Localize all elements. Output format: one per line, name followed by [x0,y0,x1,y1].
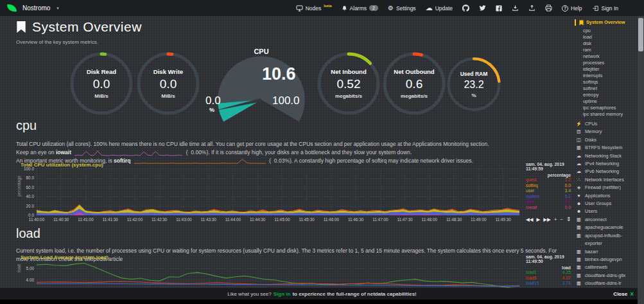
pan-backward-button[interactable]: ◀◀ [526,217,534,222]
cpu-chart[interactable]: Total CPU utilization (system.cpu) perce… [16,162,571,226]
zoom-in-button[interactable]: + [554,217,557,222]
sidebar-item-cpus[interactable]: ⚡CPUs [575,120,638,128]
sidebar-item-label: CPUs [585,120,597,128]
cpu-description-line1: Total CPU utilization (all cores). 100% … [16,140,561,148]
svg-text:11:44:00: 11:44:00 [225,217,241,222]
signin-button[interactable]: Sign In [592,5,618,12]
sidebar-item-system-overview[interactable]: System Overview [575,19,638,26]
svg-text:11:48:00: 11:48:00 [422,217,438,222]
sidebar-item-bazarr[interactable]: ▦bazarr [575,248,638,256]
sidebar-item-apcupsd-influxdb-exporter[interactable]: ▦apcupsd-influxdb-exporter [575,232,638,248]
pan-forward-button[interactable]: ▶▶ [543,217,551,222]
sidebar-item-softnet[interactable]: softnet [575,85,638,92]
sidebar-item-idlejitter[interactable]: idlejitter [575,66,638,73]
gauge-title: Net Outbound [394,68,434,75]
twitter-button[interactable] [479,4,486,12]
legend-item-softirq[interactable]: softirq0.0 [526,183,571,189]
sidebar-item-airconnect[interactable]: ▦airconnect [575,216,638,224]
gauge-used-ram[interactable]: Used RAM 23.2 % [446,57,501,112]
sidebar-item-uptime[interactable]: uptime [575,98,638,105]
gauge-value: 0.52 [337,77,361,91]
host-selector[interactable]: Nostromo ▾ [6,3,59,13]
sidebar-item-cloudflare-ddns-tr[interactable]: ▦cloudflare-ddns-tr [575,280,638,287]
sidebar-item-ipc-semaphores[interactable]: ipc semaphores [575,105,638,111]
svg-text:11:42:30: 11:42:30 [152,217,168,222]
svg-text:11:41:00: 11:41:00 [78,217,94,222]
sidebar-item-cloudflare-ddns-glix[interactable]: ▦cloudflare-ddns-glix [575,272,638,280]
cpu-chart-plot[interactable]: 0.020.040.060.080.0100.011:40:0011:40:30… [17,167,523,226]
legend-label: user [526,188,534,194]
scrollbar-thumb[interactable] [638,18,643,51]
legend-value: 5.2 [565,194,571,200]
legend-date: sam. 04. aug. 2019 [526,255,571,259]
legend-item-iowait[interactable]: iowait0.0 [526,205,571,211]
sidebar-item-disk[interactable]: disk [575,40,638,47]
sidebar-item-binhex-delugevpn[interactable]: ▦binhex-delugevpn [575,256,638,264]
facebook-icon [496,5,502,12]
nodes-button[interactable]: Nodes beta [296,5,332,12]
load-chart[interactable]: System Load Average (system.load) load 4… [16,255,571,288]
sidebar-item-interrupts[interactable]: interrupts [575,73,638,79]
sidebar-item-memory[interactable]: ▤Memory [575,128,638,136]
export-snapshot-button[interactable] [528,4,535,12]
legend-item-nice[interactable]: nice0.7 [526,199,571,205]
gauge-cpu[interactable]: CPU 10.6 0.0 % 100.0 [200,48,322,118]
sidebar-item-network[interactable]: network [575,53,638,60]
gauge-unit: MiB/s [94,93,108,99]
alarms-button[interactable]: Alarms 2 [342,5,378,12]
legend-item-load1[interactable]: load14.25 [526,270,571,276]
load-chart-plot[interactable]: 4.005.00 [17,260,523,288]
help-button[interactable]: ? Help [562,5,582,12]
chart-toolbox: ◀◀ ▶ ▶▶ + − ⇕ [526,216,571,222]
sidebar-item-firewall-netfilter-[interactable]: ◈Firewall (netfilter) [575,184,638,192]
sidebar-item-ipc-shared-memory[interactable]: ipc shared memory [575,111,638,118]
sidebar-item-user-groups[interactable]: ☻User Groups [575,200,638,208]
legend-item-load15[interactable]: load153.74 [526,281,571,287]
sidebar-item-apacheguacamole[interactable]: ▦apacheguacamole [575,224,638,231]
sidebar-item-network-interfaces[interactable]: ∴Network Interfaces [575,176,638,184]
cloud-download-icon: ☁ [426,4,433,12]
legend-item-system[interactable]: system5.2 [526,194,571,200]
sidebar-item-ipv6-networking[interactable]: ☁IPv6 Networking [575,168,638,175]
sidebar-item-label: calibreweb [585,264,607,271]
settings-button[interactable]: ⚙ Settings [388,4,416,12]
sidebar-item-btrfs-filesystem[interactable]: ▦BTRFS filesystem [575,144,638,152]
sidebar-item-users[interactable]: ☻Users [575,208,638,215]
sidebar-item-ipv4-networking[interactable]: ☁IPv4 Networking [575,160,638,168]
legend-item-load5[interactable]: load54.07 [526,276,571,282]
cloud-icon: ☁ [576,160,582,168]
sidebar-item-load[interactable]: load [575,34,638,40]
gauge-unit: % [209,107,214,113]
gauge-net-inbound[interactable]: Net Inbound 0.52 megabits/s [317,51,381,116]
banner-signin-link[interactable]: Sign in [274,291,291,297]
gauge-disk-read[interactable]: Disk Read 0.0 MiB/s [69,51,134,116]
page-scrollbar[interactable] [638,16,644,304]
facebook-button[interactable] [496,5,502,12]
legend-value: 4.07 [562,276,571,282]
sidebar-item-ram[interactable]: ram [575,47,638,53]
sidebar-item-applications[interactable]: ♥Applications [575,192,638,200]
print-button[interactable] [545,4,552,12]
update-button[interactable]: ☁ Update [426,4,453,12]
sidebar-item-networking-stack[interactable]: ☁Networking Stack [575,152,638,160]
play-button[interactable]: ▶ [537,217,541,222]
signin-label: Sign In [602,5,618,12]
sidebar-item-cpu[interactable]: cpu [575,28,638,34]
sidebar-item-entropy[interactable]: entropy [575,92,638,98]
sidebar-item-calibreweb[interactable]: ▦calibreweb [575,264,638,271]
legend-item-guest[interactable]: guest1.2 [526,177,571,183]
sidebar-item-disks[interactable]: ◫Disks [575,136,638,144]
legend-item-user[interactable]: user3.4 [526,188,571,194]
resize-handle[interactable]: ⇕ [566,216,571,222]
sidebar-item-softirqs[interactable]: softirqs [575,79,638,85]
sidebar-item-label: bazarr [585,248,598,256]
banner-close-button[interactable]: Close × [613,291,634,298]
gauge-disk-write[interactable]: Disk Write 0.0 MiB/s [136,51,200,116]
iowait-sparkline[interactable] [74,150,182,156]
zoom-out-button[interactable]: − [560,217,562,222]
github-button[interactable] [462,4,469,12]
sidebar-item-label: apcupsd-influxdb-exporter [585,232,638,248]
sidebar-item-processes[interactable]: processes [575,60,638,66]
gauge-net-outbound[interactable]: Net Outbound 0.6 megabits/s [382,51,446,116]
import-snapshot-button[interactable] [512,4,519,12]
